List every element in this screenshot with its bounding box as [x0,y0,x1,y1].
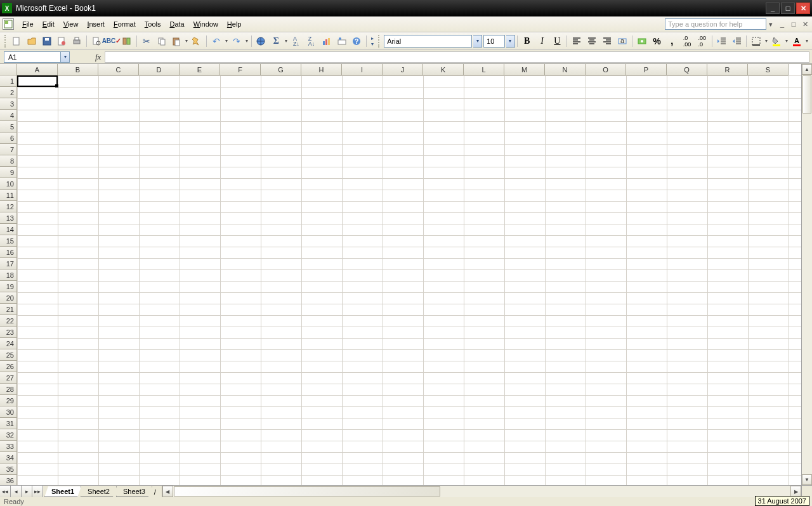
maximize-button[interactable]: □ [781,3,795,14]
row-header-3[interactable]: 3 [0,98,17,110]
menu-insert[interactable]: Insert [82,18,109,30]
column-header-M[interactable]: M [504,64,545,75]
vertical-scrollbar[interactable]: ▲ ▼ [801,64,812,485]
menu-window[interactable]: Window [189,18,223,30]
drawing-icon[interactable] [335,34,349,48]
select-all-corner[interactable] [0,64,17,75]
cells-area[interactable] [17,75,801,485]
font-name-dropdown-icon[interactable]: ▾ [473,35,482,48]
row-header-32[interactable]: 32 [0,429,17,441]
row-header-18[interactable]: 18 [0,269,17,281]
row-header-30[interactable]: 30 [0,406,17,418]
font-size-combo[interactable]: 10 [483,35,505,48]
vscroll-thumb[interactable] [802,75,811,114]
row-header-36[interactable]: 36 [0,475,17,485]
spelling-icon[interactable]: ABC✓ [105,34,119,48]
row-header-17[interactable]: 17 [0,258,17,269]
menu-view[interactable]: View [59,18,83,30]
menu-format[interactable]: Format [109,18,140,30]
formatting-toolbar-grip[interactable] [378,35,381,48]
decrease-indent-icon[interactable] [715,34,729,48]
align-right-icon[interactable] [600,34,614,48]
autosum-dropdown-icon[interactable]: ▾ [284,38,289,44]
fx-icon[interactable]: fx [95,52,101,62]
align-left-icon[interactable] [570,34,584,48]
font-color-dropdown-icon[interactable]: ▾ [804,38,809,44]
hyperlink-icon[interactable] [254,34,268,48]
spreadsheet-grid[interactable]: ABCDEFGHIJKLMNOPQRS 12345678910111213141… [0,64,801,485]
hscroll-thumb[interactable] [174,486,440,496]
scroll-down-icon[interactable]: ▼ [802,474,812,485]
font-color-icon[interactable]: A [790,34,804,48]
row-header-34[interactable]: 34 [0,452,17,464]
row-header-15[interactable]: 15 [0,235,17,247]
name-box-dropdown-icon[interactable]: ▾ [61,51,70,63]
column-header-Q[interactable]: Q [667,64,707,75]
increase-decimal-icon[interactable]: .0.00 [680,34,694,48]
horizontal-scrollbar[interactable]: ◀ ▶ [162,486,801,497]
sort-asc-icon[interactable]: AZ↓ [289,34,303,48]
font-size-dropdown-icon[interactable]: ▾ [506,35,515,48]
fill-color-icon[interactable] [769,34,783,48]
row-header-6[interactable]: 6 [0,133,17,144]
row-header-2[interactable]: 2 [0,87,17,98]
mdi-minimize-button[interactable]: _ [778,20,787,29]
row-header-22[interactable]: 22 [0,315,17,327]
chart-wizard-icon[interactable] [320,34,334,48]
fill-color-dropdown-icon[interactable]: ▾ [784,38,789,44]
row-header-8[interactable]: 8 [0,155,17,167]
row-header-29[interactable]: 29 [0,395,17,406]
cut-icon[interactable]: ✂ [140,34,154,48]
row-header-28[interactable]: 28 [0,384,17,395]
scroll-left-icon[interactable]: ◀ [162,486,173,497]
row-header-1[interactable]: 1 [0,75,17,87]
mdi-restore-button[interactable]: □ [789,20,798,29]
sort-desc-icon[interactable]: ZA↓ [304,34,318,48]
column-header-S[interactable]: S [748,64,789,75]
toolbar-options-icon[interactable]: ▸▾ [369,34,376,48]
row-header-11[interactable]: 11 [0,190,17,201]
copy-icon[interactable] [155,34,169,48]
comma-icon[interactable]: , [665,34,679,48]
print-icon[interactable] [70,34,84,48]
menu-edit[interactable]: Edit [38,18,59,30]
italic-icon[interactable]: I [535,34,549,48]
row-header-13[interactable]: 13 [0,212,17,224]
row-header-23[interactable]: 23 [0,327,17,338]
paste-dropdown-icon[interactable]: ▾ [184,38,189,44]
column-header-F[interactable]: F [220,64,261,75]
row-header-24[interactable]: 24 [0,338,17,349]
row-header-14[interactable]: 14 [0,224,17,235]
close-button[interactable]: ✕ [796,3,810,14]
borders-icon[interactable] [749,34,763,48]
minimize-button[interactable]: _ [766,3,780,14]
increase-indent-icon[interactable] [730,34,744,48]
bold-icon[interactable]: B [520,34,534,48]
row-header-5[interactable]: 5 [0,121,17,133]
menu-file[interactable]: File [18,18,38,30]
paste-icon[interactable] [169,34,183,48]
formula-input[interactable] [105,51,809,63]
decrease-decimal-icon[interactable]: .00.0 [695,34,709,48]
row-header-26[interactable]: 26 [0,361,17,372]
column-header-K[interactable]: K [423,64,464,75]
underline-icon[interactable]: U [551,34,565,48]
open-icon[interactable] [25,34,39,48]
column-header-J[interactable]: J [383,64,423,75]
row-header-12[interactable]: 12 [0,201,17,212]
undo-dropdown-icon[interactable]: ▾ [224,38,229,44]
column-header-O[interactable]: O [586,64,626,75]
sheet-tab-sheet1[interactable]: Sheet1 [44,486,81,497]
toolbar-grip[interactable] [4,35,7,48]
help-search-input[interactable] [665,18,766,30]
sheet-tab-sheet3[interactable]: Sheet3 [116,486,152,497]
column-header-R[interactable]: R [707,64,748,75]
sheet-tab-sheet2[interactable]: Sheet2 [81,486,117,497]
help-icon[interactable]: ? [350,34,363,48]
column-header-L[interactable]: L [464,64,504,75]
column-header-G[interactable]: G [261,64,301,75]
align-center-icon[interactable] [585,34,599,48]
row-header-7[interactable]: 7 [0,144,17,155]
column-header-A[interactable]: A [17,64,58,75]
redo-dropdown-icon[interactable]: ▾ [244,38,249,44]
